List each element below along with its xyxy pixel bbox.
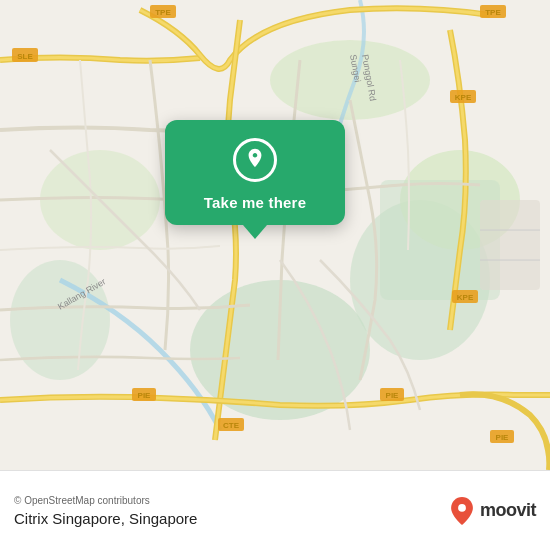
svg-text:PIE: PIE: [386, 391, 400, 400]
location-pin-icon: [244, 147, 266, 173]
popup-card[interactable]: Take me there: [165, 120, 345, 225]
moovit-logo: moovit: [448, 497, 536, 525]
svg-text:PIE: PIE: [138, 391, 152, 400]
svg-text:KPE: KPE: [457, 293, 474, 302]
moovit-pin-icon: [448, 497, 476, 525]
svg-text:KPE: KPE: [455, 93, 472, 102]
svg-point-5: [10, 260, 110, 380]
bottom-bar: © OpenStreetMap contributors Citrix Sing…: [0, 470, 550, 550]
svg-text:CTE: CTE: [223, 421, 240, 430]
svg-text:PIE: PIE: [496, 433, 510, 442]
popup-label: Take me there: [204, 194, 306, 211]
map-svg: SLE TPE TPE KPE KPE CTE PIE PIE PIE Kall…: [0, 0, 550, 470]
bottom-left: © OpenStreetMap contributors Citrix Sing…: [14, 495, 197, 527]
copyright-text: © OpenStreetMap contributors: [14, 495, 197, 506]
svg-rect-29: [480, 200, 540, 290]
moovit-text: moovit: [480, 500, 536, 521]
location-icon: [233, 138, 277, 182]
map-container: SLE TPE TPE KPE KPE CTE PIE PIE PIE Kall…: [0, 0, 550, 470]
svg-point-32: [458, 504, 466, 512]
location-title: Citrix Singapore, Singapore: [14, 510, 197, 527]
svg-text:TPE: TPE: [155, 8, 171, 17]
svg-text:SLE: SLE: [17, 52, 33, 61]
svg-text:TPE: TPE: [485, 8, 501, 17]
